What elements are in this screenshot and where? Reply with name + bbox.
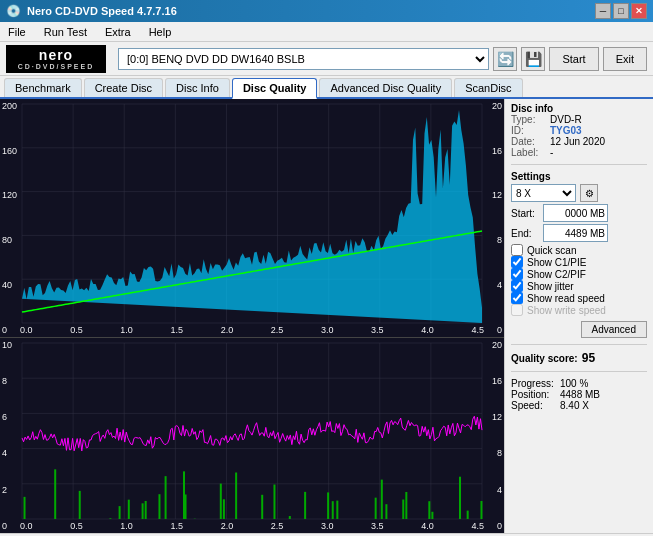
- toolbar: nero CD·DVD/SPEED [0:0] BENQ DVD DD DW16…: [0, 42, 653, 76]
- show-read-speed-checkbox[interactable]: [511, 292, 523, 304]
- top-chart-x-labels: 0.0 0.5 1.0 1.5 2.0 2.5 3.0 3.5 4.0 4.5: [20, 325, 484, 335]
- app-icon: 💿: [6, 4, 21, 18]
- menu-run-test[interactable]: Run Test: [40, 24, 91, 40]
- title-bar: 💿 Nero CD-DVD Speed 4.7.7.16 ─ □ ✕: [0, 0, 653, 22]
- disc-info-title: Disc info: [511, 103, 647, 114]
- tab-benchmark[interactable]: Benchmark: [4, 78, 82, 97]
- window-title: Nero CD-DVD Speed 4.7.7.16: [27, 5, 177, 17]
- disc-label-value: -: [550, 147, 553, 158]
- show-c1-pie-label: Show C1/PIE: [527, 257, 586, 268]
- tab-disc-info[interactable]: Disc Info: [165, 78, 230, 97]
- start-label: Start:: [511, 208, 539, 219]
- bottom-chart-canvas: [0, 338, 504, 533]
- disc-date-value: 12 Jun 2020: [550, 136, 605, 147]
- bottom-chart-y-left-labels: 10 8 6 4 2 0: [2, 338, 12, 533]
- save-icon-button[interactable]: 💾: [521, 47, 545, 71]
- settings-icon-button[interactable]: ⚙: [580, 184, 598, 202]
- quick-scan-row: Quick scan: [511, 244, 647, 256]
- nero-logo-sub: CD·DVD/SPEED: [18, 63, 95, 70]
- show-c1-pie-row: Show C1/PIE: [511, 256, 647, 268]
- show-read-speed-row: Show read speed: [511, 292, 647, 304]
- progress-label: Progress:: [511, 378, 556, 389]
- speed-value: 8.40 X: [560, 400, 589, 411]
- disc-label-label: Label:: [511, 147, 546, 158]
- show-jitter-label: Show jitter: [527, 281, 574, 292]
- divider-2: [511, 344, 647, 345]
- show-write-speed-checkbox: [511, 304, 523, 316]
- maximize-button[interactable]: □: [613, 3, 629, 19]
- divider-1: [511, 164, 647, 165]
- show-jitter-row: Show jitter: [511, 280, 647, 292]
- start-mb-row: Start:: [511, 204, 647, 222]
- main-content: 200 160 120 80 40 0 20 16 12 8 4 0 0.0 0…: [0, 99, 653, 533]
- disc-id-value: TYG03: [550, 125, 582, 136]
- progress-value: 100 %: [560, 378, 588, 389]
- minimize-button[interactable]: ─: [595, 3, 611, 19]
- tabs-bar: Benchmark Create Disc Disc Info Disc Qua…: [0, 76, 653, 99]
- speed-setting-row: 8 X ⚙: [511, 184, 647, 202]
- advanced-button[interactable]: Advanced: [581, 321, 647, 338]
- quick-scan-checkbox[interactable]: [511, 244, 523, 256]
- tab-scandisc[interactable]: ScanDisc: [454, 78, 522, 97]
- disc-date-row: Date: 12 Jun 2020: [511, 136, 647, 147]
- show-c2-pif-checkbox[interactable]: [511, 268, 523, 280]
- bottom-chart: 10 8 6 4 2 0 20 16 12 8 4 0 0.0 0.5 1.0 …: [0, 338, 504, 533]
- show-c2-pif-row: Show C2/PIF: [511, 268, 647, 280]
- disc-id-row: ID: TYG03: [511, 125, 647, 136]
- top-chart: 200 160 120 80 40 0 20 16 12 8 4 0 0.0 0…: [0, 99, 504, 338]
- show-c1-pie-checkbox[interactable]: [511, 256, 523, 268]
- quality-score-value: 95: [582, 351, 595, 365]
- progress-section: Progress: 100 % Position: 4488 MB Speed:…: [511, 378, 647, 411]
- menu-bar: File Run Test Extra Help: [0, 22, 653, 42]
- chart-area: 200 160 120 80 40 0 20 16 12 8 4 0 0.0 0…: [0, 99, 505, 533]
- top-chart-y-left-labels: 200 160 120 80 40 0: [2, 99, 17, 337]
- start-button[interactable]: Start: [549, 47, 598, 71]
- show-read-speed-label: Show read speed: [527, 293, 605, 304]
- close-button[interactable]: ✕: [631, 3, 647, 19]
- menu-extra[interactable]: Extra: [101, 24, 135, 40]
- menu-file[interactable]: File: [4, 24, 30, 40]
- bottom-chart-x-labels: 0.0 0.5 1.0 1.5 2.0 2.5 3.0 3.5 4.0 4.5: [20, 521, 484, 531]
- quality-score-row: Quality score: 95: [511, 351, 647, 365]
- nero-logo: nero CD·DVD/SPEED: [6, 45, 106, 73]
- top-chart-y-right-labels: 20 16 12 8 4 0: [492, 99, 502, 337]
- settings-section: Settings 8 X ⚙ Start: End: Quick scan: [511, 171, 647, 338]
- menu-help[interactable]: Help: [145, 24, 176, 40]
- tab-disc-quality[interactable]: Disc Quality: [232, 78, 318, 99]
- speed-label: Speed:: [511, 400, 556, 411]
- side-panel: Disc info Type: DVD-R ID: TYG03 Date: 12…: [505, 99, 653, 533]
- disc-type-row: Type: DVD-R: [511, 114, 647, 125]
- start-mb-input[interactable]: [543, 204, 608, 222]
- speed-select[interactable]: 8 X: [511, 184, 576, 202]
- end-mb-row: End:: [511, 224, 647, 242]
- show-write-speed-row: Show write speed: [511, 304, 647, 316]
- tab-create-disc[interactable]: Create Disc: [84, 78, 163, 97]
- disc-info-section: Disc info Type: DVD-R ID: TYG03 Date: 12…: [511, 103, 647, 158]
- nero-logo-text: nero: [39, 47, 73, 63]
- refresh-icon-button[interactable]: 🔄: [493, 47, 517, 71]
- show-jitter-checkbox[interactable]: [511, 280, 523, 292]
- bottom-chart-y-right-labels: 20 16 12 8 4 0: [492, 338, 502, 533]
- disc-date-label: Date:: [511, 136, 546, 147]
- disc-type-value: DVD-R: [550, 114, 582, 125]
- position-value: 4488 MB: [560, 389, 600, 400]
- divider-3: [511, 371, 647, 372]
- speed-row: Speed: 8.40 X: [511, 400, 647, 411]
- quick-scan-label: Quick scan: [527, 245, 576, 256]
- top-chart-canvas: [0, 99, 504, 337]
- end-label: End:: [511, 228, 539, 239]
- position-label: Position:: [511, 389, 556, 400]
- drive-select[interactable]: [0:0] BENQ DVD DD DW1640 BSLB: [118, 48, 489, 70]
- end-mb-input[interactable]: [543, 224, 608, 242]
- disc-label-row: Label: -: [511, 147, 647, 158]
- show-c2-pif-label: Show C2/PIF: [527, 269, 586, 280]
- progress-row: Progress: 100 %: [511, 378, 647, 389]
- show-write-speed-label: Show write speed: [527, 305, 606, 316]
- position-row: Position: 4488 MB: [511, 389, 647, 400]
- tab-advanced-disc-quality[interactable]: Advanced Disc Quality: [319, 78, 452, 97]
- window-controls: ─ □ ✕: [595, 3, 647, 19]
- settings-title: Settings: [511, 171, 647, 182]
- disc-id-label: ID:: [511, 125, 546, 136]
- exit-button[interactable]: Exit: [603, 47, 647, 71]
- disc-type-label: Type:: [511, 114, 546, 125]
